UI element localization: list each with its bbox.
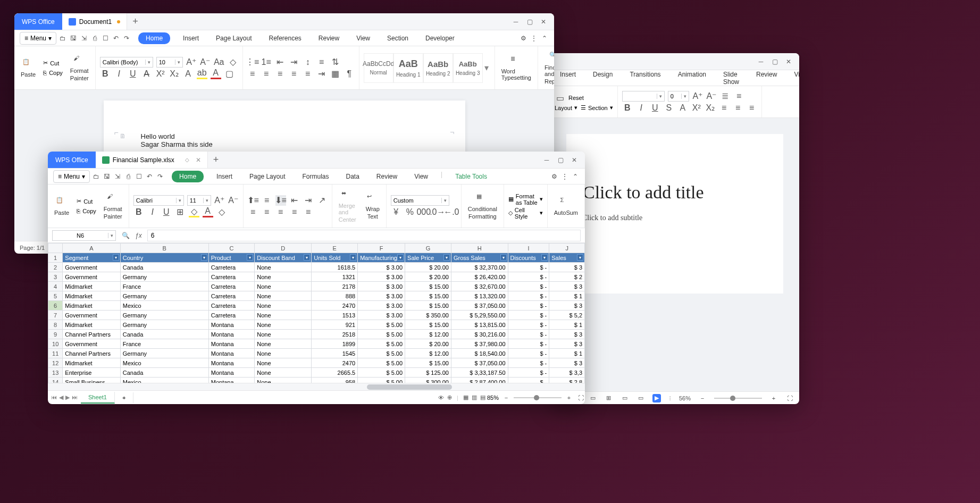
valign-bottom-icon[interactable]: ⬇≡ bbox=[275, 195, 286, 206]
cell[interactable]: $ 2,8 bbox=[549, 378, 585, 383]
decrease-font-icon[interactable]: A⁻ bbox=[228, 195, 239, 206]
cell[interactable]: None bbox=[255, 301, 312, 311]
redo-icon[interactable]: ↷ bbox=[122, 34, 131, 43]
bold-icon[interactable]: B bbox=[100, 69, 111, 79]
cell[interactable]: 2665.5 bbox=[312, 368, 358, 378]
save-icon[interactable]: 🖫 bbox=[69, 34, 78, 43]
row-header[interactable]: 13 bbox=[48, 368, 63, 378]
cell[interactable]: $ 15.00 bbox=[405, 301, 451, 311]
cell[interactable]: Government bbox=[63, 263, 120, 272]
text-direction-icon[interactable]: ↕ bbox=[303, 57, 313, 68]
cell[interactable]: $ 3 bbox=[549, 330, 585, 339]
cell[interactable]: $ 3.00 bbox=[358, 301, 405, 311]
cell[interactable]: $ 20.00 bbox=[405, 272, 451, 282]
table-header-cell[interactable]: Sale Price▾ bbox=[405, 253, 451, 263]
font-name-combo[interactable]: ▾ bbox=[133, 195, 184, 206]
cell[interactable]: $ 5.00 bbox=[358, 339, 405, 349]
cell[interactable]: $ 1 bbox=[549, 320, 585, 330]
cell[interactable]: Carretera bbox=[208, 291, 255, 301]
subscript-icon[interactable]: X₂ bbox=[705, 103, 716, 113]
cell[interactable]: Carretera bbox=[208, 282, 255, 291]
filter-icon[interactable]: ▾ bbox=[201, 254, 207, 261]
cell[interactable]: Carretera bbox=[208, 301, 255, 311]
cell[interactable]: Mexico bbox=[120, 358, 208, 368]
cell[interactable]: $ 5.00 bbox=[358, 378, 405, 383]
shading-icon[interactable]: ▢ bbox=[224, 69, 235, 79]
cell[interactable]: Enterprise bbox=[63, 368, 120, 378]
cell[interactable]: None bbox=[255, 339, 312, 349]
cell[interactable]: None bbox=[255, 378, 312, 383]
menu-button[interactable]: ≡ Menu ▾ bbox=[53, 170, 90, 183]
table-header-cell[interactable]: Units Sold▾ bbox=[312, 253, 358, 263]
row-header[interactable]: 3 bbox=[48, 272, 63, 282]
cell[interactable]: $ 3.00 bbox=[358, 311, 405, 320]
cell[interactable]: $ 5,2 bbox=[549, 311, 585, 320]
cell[interactable]: 1545 bbox=[312, 349, 358, 358]
maximize-button[interactable]: ▢ bbox=[768, 55, 781, 68]
tab-developer[interactable]: Developer bbox=[421, 32, 459, 44]
cell[interactable]: $ 3.00 bbox=[358, 263, 405, 272]
table-header-cell[interactable]: Segment▾ bbox=[63, 253, 120, 263]
cell[interactable]: $ 5.00 bbox=[358, 330, 405, 339]
font-size-combo[interactable]: ▾ bbox=[156, 57, 183, 68]
table-header-cell[interactable]: Country▾ bbox=[120, 253, 208, 263]
minimize-button[interactable]: ─ bbox=[755, 55, 767, 68]
valign-middle-icon[interactable]: ≡ bbox=[262, 195, 272, 206]
minimize-button[interactable]: ─ bbox=[509, 15, 522, 28]
cell[interactable]: $ 37,050.00 bbox=[451, 358, 508, 368]
row-header[interactable]: 4 bbox=[48, 282, 63, 291]
fill-color-icon[interactable]: ◇ bbox=[189, 207, 199, 217]
superscript-icon[interactable]: X² bbox=[691, 103, 702, 113]
maximize-button[interactable]: ▢ bbox=[554, 154, 567, 166]
cell[interactable]: Midmarket bbox=[63, 282, 120, 291]
cell-style-button[interactable]: ◇ Cell Style ▾ bbox=[508, 207, 543, 220]
tab-insert[interactable]: Insert bbox=[556, 69, 580, 88]
tab-view[interactable]: View bbox=[410, 171, 432, 182]
focus-icon[interactable]: ⊕ bbox=[445, 393, 454, 402]
col-header[interactable]: C bbox=[208, 244, 255, 253]
fullscreen-icon[interactable]: ⛶ bbox=[576, 393, 585, 402]
bullets-icon[interactable]: ⋮≡ bbox=[247, 57, 258, 68]
font-name-combo[interactable]: ▾ bbox=[100, 57, 153, 68]
font-name-combo[interactable]: ▾ bbox=[622, 91, 665, 102]
cell[interactable]: $ - bbox=[508, 263, 549, 272]
bullets-icon[interactable]: ≣ bbox=[720, 91, 731, 102]
cell[interactable]: $ 20.00 bbox=[405, 339, 451, 349]
close-button[interactable]: ✕ bbox=[782, 55, 795, 68]
cell[interactable]: None bbox=[255, 349, 312, 358]
grid[interactable]: ABCDEFGHIJ 1Segment▾Country▾Product▾Disc… bbox=[48, 243, 585, 383]
decrease-indent-icon[interactable]: ⇤ bbox=[289, 195, 300, 206]
fit-icon[interactable]: ⛶ bbox=[785, 394, 794, 403]
cell[interactable]: None bbox=[255, 311, 312, 320]
tab-home[interactable]: Home bbox=[138, 32, 170, 44]
orientation-icon[interactable]: ↗ bbox=[317, 195, 328, 206]
menu-button[interactable]: ≡ Menu ▾ bbox=[20, 32, 56, 45]
format-painter-button[interactable]: 🖌FormatPainter bbox=[68, 54, 91, 82]
copy-button[interactable]: ⎘ Copy bbox=[43, 70, 63, 76]
clear-icon[interactable]: ◇ bbox=[216, 207, 227, 217]
row-header[interactable]: 6 bbox=[48, 301, 63, 311]
page-indicator[interactable]: Page: 1/1 bbox=[20, 245, 45, 251]
table-header-cell[interactable]: Discount Band▾ bbox=[255, 253, 312, 263]
cell[interactable]: $ 300.00 bbox=[405, 378, 451, 383]
tab-home[interactable]: Home bbox=[172, 171, 204, 182]
cell[interactable]: 2178 bbox=[312, 282, 358, 291]
open-icon[interactable]: 🗀 bbox=[92, 172, 100, 181]
cell[interactable]: Midmarket bbox=[63, 301, 120, 311]
cell[interactable]: $ 20.00 bbox=[405, 263, 451, 272]
cell[interactable]: Small Business bbox=[63, 378, 120, 383]
col-header[interactable]: D bbox=[255, 244, 312, 253]
style-normal[interactable]: AaBbCcDdNormal bbox=[364, 53, 393, 83]
zoom-out-icon[interactable]: − bbox=[502, 393, 510, 402]
valign-top-icon[interactable]: ⬆≡ bbox=[248, 195, 258, 206]
cell[interactable]: $ 3.00 bbox=[358, 272, 405, 282]
filter-icon[interactable]: ▾ bbox=[443, 254, 450, 261]
tab-design[interactable]: Design bbox=[589, 69, 617, 88]
align-justify-icon[interactable]: ≡ bbox=[289, 207, 300, 217]
cell[interactable]: $ 37,980.00 bbox=[451, 339, 508, 349]
align-right-icon[interactable]: ≡ bbox=[747, 103, 757, 113]
cell[interactable]: None bbox=[255, 358, 312, 368]
cell[interactable]: None bbox=[255, 320, 312, 330]
formula-bar[interactable]: 6 bbox=[147, 230, 581, 241]
close-button[interactable]: ✕ bbox=[537, 15, 550, 28]
